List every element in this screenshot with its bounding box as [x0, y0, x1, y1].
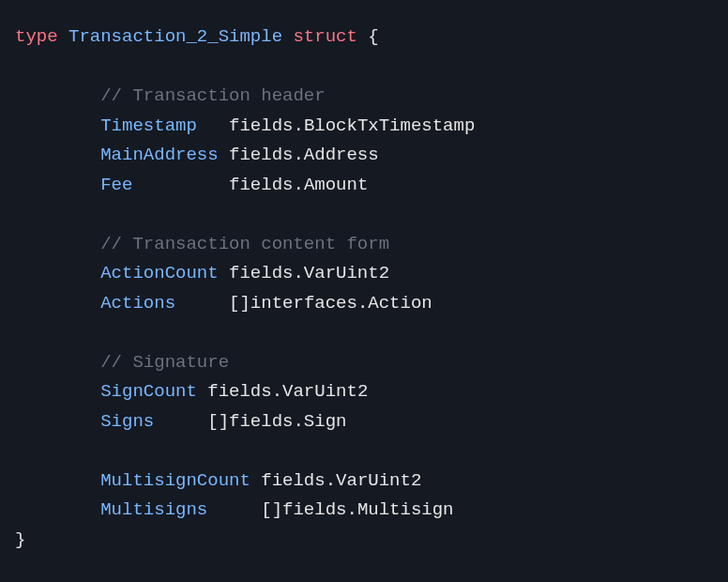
comment-section-header: // Transaction header — [100, 85, 325, 106]
field-type: fields.VarUint2 — [261, 470, 421, 491]
pad — [197, 115, 229, 136]
struct-name: Transaction_2_Simple — [68, 26, 282, 47]
code-block: type Transaction_2_Simple struct { // Tr… — [0, 0, 728, 577]
field-type: []interfaces.Action — [229, 293, 432, 314]
field-type: fields.Amount — [229, 175, 368, 195]
field-type: fields.Address — [229, 145, 379, 165]
comment-section-signature: // Signature — [100, 352, 229, 373]
comment-section-content: // Transaction content form — [100, 234, 389, 254]
field-name: Timestamp — [100, 115, 197, 136]
pad — [219, 145, 229, 165]
pad — [175, 293, 229, 314]
keyword-type: type — [15, 26, 58, 47]
pad — [207, 499, 261, 520]
field-type: fields.VarUint2 — [229, 263, 389, 283]
field-name: Signs — [100, 411, 154, 432]
field-name: MainAddress — [100, 145, 218, 165]
field-name: ActionCount — [100, 263, 218, 283]
keyword-struct: struct — [293, 26, 356, 47]
pad — [197, 381, 207, 402]
brace-open: { — [368, 26, 378, 47]
field-type: []fields.Multisign — [261, 499, 453, 520]
pad — [132, 175, 229, 195]
field-type: fields.BlockTxTimestamp — [229, 115, 475, 136]
field-name: SignCount — [100, 381, 197, 402]
pad — [250, 470, 261, 491]
field-name: MultisignCount — [100, 470, 250, 491]
field-name: Multisigns — [100, 499, 207, 520]
field-name: Fee — [100, 175, 132, 195]
brace-close: } — [15, 529, 25, 550]
field-type: []fields.Sign — [207, 411, 346, 432]
field-type: fields.VarUint2 — [207, 381, 368, 402]
field-name: Actions — [100, 293, 175, 314]
pad — [154, 411, 207, 432]
pad — [219, 263, 229, 283]
